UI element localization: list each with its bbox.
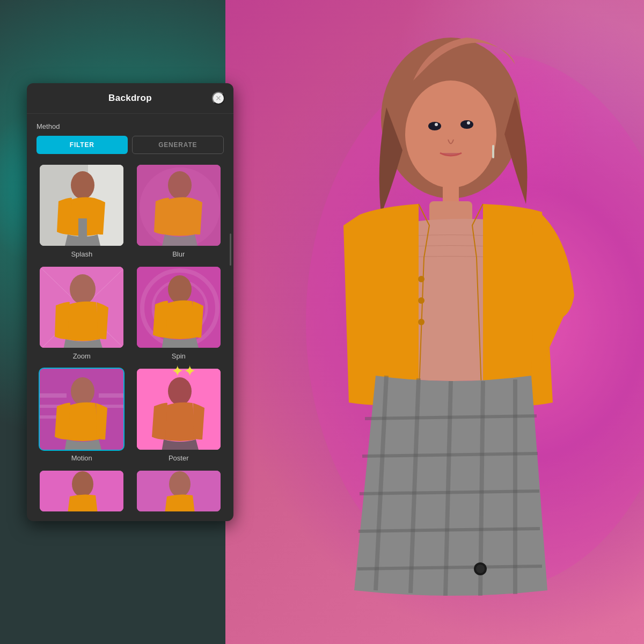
backdrop-panel: Backdrop × Method FILTER GENERATE: [27, 83, 233, 521]
svg-point-57: [169, 471, 191, 497]
fashion-figure-svg: [225, 0, 644, 644]
svg-point-2: [405, 80, 496, 188]
filter-thumb-zoom: [39, 266, 125, 349]
svg-point-49: [71, 377, 94, 405]
filter-item-splash[interactable]: Splash: [36, 164, 127, 258]
filter-thumb-motion: [39, 368, 125, 451]
filter-item-blur[interactable]: Blur: [134, 164, 224, 258]
filter-item-zoom[interactable]: Zoom: [36, 266, 127, 360]
svg-point-10: [418, 276, 425, 282]
filter-item-spin[interactable]: Spin: [134, 266, 224, 360]
svg-point-11: [418, 297, 425, 304]
thumb-inner-motion: [40, 369, 123, 450]
panel-body: Method FILTER GENERATE: [27, 114, 233, 521]
svg-point-42: [168, 275, 192, 303]
panel-header: Backdrop ×: [27, 83, 233, 114]
filter-item-extra2[interactable]: [134, 470, 224, 513]
svg-rect-28: [78, 218, 87, 237]
filter-thumb-extra1: [39, 470, 125, 513]
svg-point-27: [71, 171, 94, 199]
svg-point-55: [72, 471, 93, 497]
filter-thumb-blur: [136, 164, 222, 247]
filter-method-button[interactable]: FILTER: [36, 136, 128, 154]
svg-rect-53: [137, 369, 222, 451]
filter-thumb-extra2: [136, 470, 222, 513]
filter-name-splash: Splash: [71, 250, 92, 258]
filter-name-zoom: Zoom: [73, 352, 91, 360]
filter-name-blur: Blur: [172, 250, 185, 258]
thumb-inner-spin: [137, 267, 221, 348]
thumb-inner-extra2: [137, 471, 221, 513]
thumb-inner-splash: [40, 165, 123, 246]
thumb-inner-blur: [137, 165, 221, 246]
filter-name-poster: Poster: [169, 454, 189, 462]
svg-point-5: [435, 123, 438, 126]
filter-name-motion: Motion: [71, 454, 92, 462]
svg-rect-7: [492, 145, 494, 158]
filter-thumb-poster: [136, 368, 222, 451]
thumb-inner-extra1: [40, 471, 123, 513]
svg-point-12: [418, 319, 425, 325]
filter-grid: Splash: [36, 164, 224, 513]
filter-thumb-splash: [39, 164, 125, 247]
filter-thumb-spin: [136, 266, 222, 349]
svg-point-4: [460, 120, 473, 129]
method-buttons: FILTER GENERATE: [36, 136, 224, 154]
scroll-indicator: [230, 233, 231, 266]
main-image: [225, 0, 644, 644]
panel-title: Backdrop: [108, 93, 152, 104]
method-label: Method: [36, 122, 224, 130]
svg-rect-8: [443, 182, 459, 204]
svg-point-6: [467, 121, 470, 125]
svg-point-24: [476, 565, 485, 573]
svg-point-3: [428, 122, 441, 130]
filter-name-spin: Spin: [172, 352, 186, 360]
filter-item-extra1[interactable]: [36, 470, 127, 513]
thumb-inner-poster: [137, 369, 221, 450]
svg-rect-32: [137, 165, 222, 247]
thumb-inner-zoom: [40, 267, 123, 348]
svg-point-38: [70, 274, 96, 304]
filter-item-motion[interactable]: Motion: [36, 368, 127, 462]
close-button[interactable]: ×: [212, 92, 225, 105]
generate-method-button[interactable]: GENERATE: [132, 136, 224, 154]
filter-item-poster[interactable]: ✦✦: [134, 368, 224, 462]
